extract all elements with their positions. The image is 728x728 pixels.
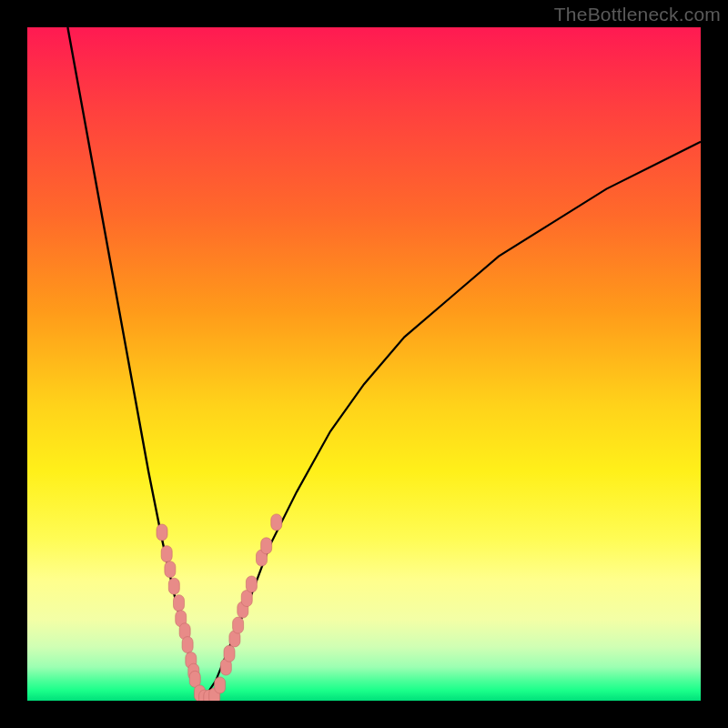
curve-group — [67, 27, 701, 701]
chart-frame: TheBottleneck.com — [0, 0, 728, 728]
data-marker — [241, 591, 252, 607]
data-marker — [157, 524, 167, 541]
data-marker — [189, 671, 200, 687]
plot-area — [27, 27, 701, 701]
data-marker — [182, 637, 193, 653]
data-marker — [215, 677, 226, 693]
data-marker — [271, 514, 282, 531]
curves-layer — [27, 27, 701, 701]
data-marker — [161, 546, 172, 562]
right-branch-curve — [202, 142, 701, 701]
data-marker — [233, 617, 244, 633]
data-marker — [165, 561, 176, 578]
data-marker — [224, 645, 235, 662]
watermark-text: TheBottleneck.com — [554, 4, 721, 25]
data-marker — [174, 595, 185, 612]
data-marker — [261, 538, 272, 554]
data-marker — [246, 576, 257, 592]
data-marker — [168, 578, 179, 594]
